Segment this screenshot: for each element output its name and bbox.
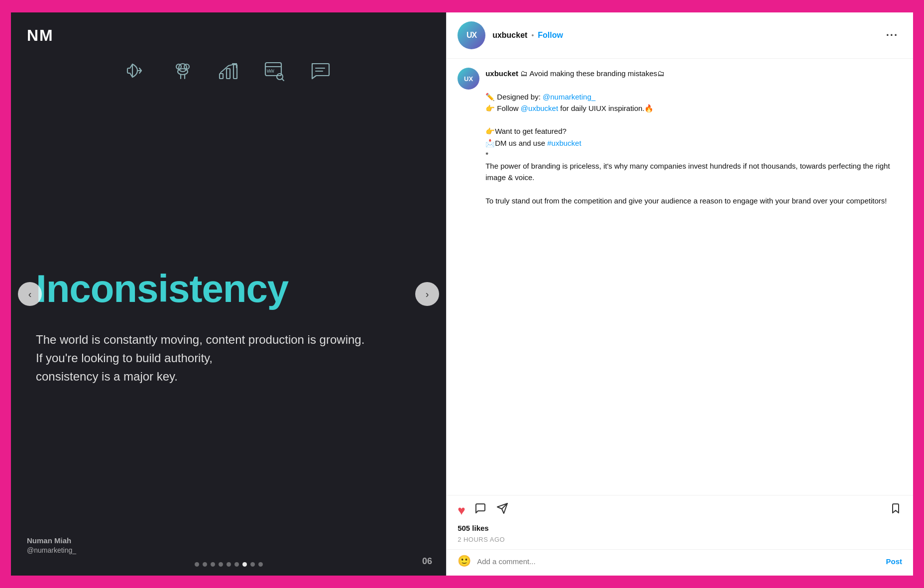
www-search-icon: WWW bbox=[263, 60, 285, 82]
dot-separator: • bbox=[531, 31, 534, 39]
dot-8 bbox=[250, 562, 255, 567]
svg-rect-7 bbox=[227, 69, 230, 79]
share-button[interactable] bbox=[496, 502, 509, 519]
slide-content: Inconsistency The world is constantly mo… bbox=[11, 92, 446, 562]
dot-4 bbox=[219, 562, 223, 567]
sheep-icon bbox=[172, 60, 194, 82]
likes-count: 505 likes bbox=[458, 524, 489, 532]
emoji-button[interactable]: 🙂 bbox=[458, 555, 471, 568]
slide-body-text: The world is constantly moving, content … bbox=[36, 330, 421, 386]
caption-follow-text: 👉 Follow bbox=[485, 104, 521, 112]
caption-uxbucket-link[interactable]: @uxbucket bbox=[521, 104, 558, 112]
dot-1 bbox=[195, 562, 199, 567]
caption-stand-out-text: To truly stand out from the competition … bbox=[485, 196, 887, 205]
dot-6 bbox=[234, 562, 239, 567]
caption-emoji1: 🗂 Avoid making these branding mistakes🗂 bbox=[520, 69, 665, 78]
caption-design-label: ✏️ Designed by: bbox=[485, 93, 543, 101]
caption-avatar: UX bbox=[458, 68, 479, 90]
like-button[interactable]: ♥ bbox=[458, 503, 465, 518]
post-comment-button[interactable]: Post bbox=[886, 557, 902, 566]
likes-row: 505 likes bbox=[447, 522, 913, 535]
post-detail-panel: UX uxbucket • Follow ··· UX uxbucket 🗂 A… bbox=[446, 12, 913, 576]
megaphone-icon bbox=[126, 60, 148, 82]
caption-header: UX uxbucket 🗂 Avoid making these brandin… bbox=[458, 68, 902, 206]
caption-daily-text: for daily UIUX inspiration.🔥 bbox=[560, 104, 654, 112]
slide-number: 06 bbox=[422, 556, 432, 567]
slide-pagination: 06 bbox=[11, 562, 446, 576]
follow-button[interactable]: Follow bbox=[538, 31, 563, 40]
caption-hashtag[interactable]: #uxbucket bbox=[547, 139, 581, 147]
dot-3 bbox=[211, 562, 215, 567]
slide-headline: Inconsistency bbox=[36, 268, 421, 310]
caption-avatar-text: UX bbox=[464, 75, 473, 83]
topic-icons-row: WWW bbox=[11, 45, 446, 92]
post-image-panel: NM bbox=[11, 12, 446, 576]
comment-button[interactable] bbox=[474, 502, 487, 519]
caption-area: UX uxbucket 🗂 Avoid making these brandin… bbox=[447, 59, 913, 495]
author-handle: @numarketing_ bbox=[27, 546, 76, 556]
save-button[interactable] bbox=[889, 502, 902, 519]
logo-area: NM bbox=[11, 12, 446, 45]
svg-rect-6 bbox=[220, 74, 223, 79]
dot-5 bbox=[227, 562, 231, 567]
caption-text: uxbucket 🗂 Avoid making these branding m… bbox=[485, 68, 902, 206]
header-info: uxbucket • Follow bbox=[492, 31, 877, 40]
dot-2 bbox=[203, 562, 207, 567]
svg-line-13 bbox=[282, 79, 284, 81]
dot-7 bbox=[242, 562, 247, 567]
caption-numarketing-link[interactable]: @numarketing_ bbox=[543, 93, 595, 101]
caption-asterisk: * bbox=[485, 150, 488, 159]
logo: NM bbox=[27, 26, 54, 44]
post-header: UX uxbucket • Follow ··· bbox=[447, 12, 913, 59]
comment-input-row: 🙂 Post bbox=[447, 549, 913, 576]
dots-container bbox=[195, 562, 263, 567]
caption-branding-text: The power of branding is priceless, it's… bbox=[485, 162, 890, 182]
username: uxbucket bbox=[492, 31, 527, 40]
caption-username: uxbucket bbox=[485, 69, 518, 78]
prev-slide-button[interactable]: ‹ bbox=[18, 282, 42, 306]
svg-text:WWW: WWW bbox=[267, 69, 274, 74]
chat-lines-icon bbox=[309, 60, 331, 82]
more-options-button[interactable]: ··· bbox=[882, 29, 902, 42]
author-name: Numan Miah bbox=[27, 535, 76, 546]
dot-9 bbox=[258, 562, 263, 567]
chart-icon bbox=[218, 60, 239, 82]
avatar: UX bbox=[458, 21, 485, 49]
comment-input[interactable] bbox=[477, 557, 880, 566]
actions-row: ♥ bbox=[447, 495, 913, 522]
avatar-initials: UX bbox=[466, 31, 476, 40]
next-slide-button[interactable]: › bbox=[415, 282, 439, 306]
time-ago: 2 HOURS AGO bbox=[447, 535, 913, 549]
author-info: Numan Miah @numarketing_ bbox=[27, 535, 76, 556]
